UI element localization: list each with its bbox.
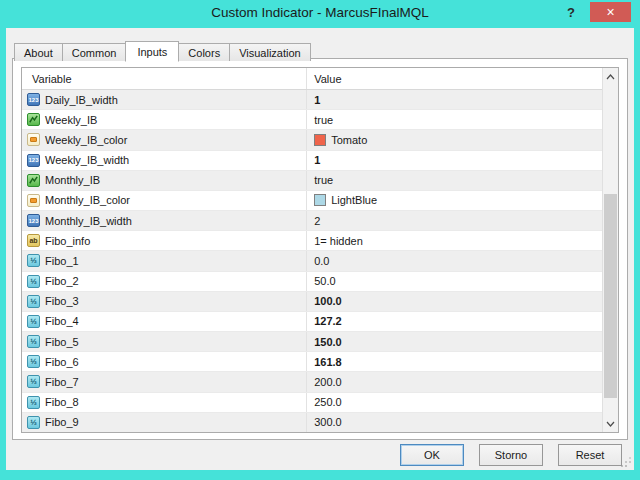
int-type-icon: 123 (27, 214, 40, 227)
value-cell[interactable]: 1 (306, 90, 602, 109)
variable-cell: Weekly_IB_color (22, 130, 306, 149)
resize-grip[interactable] (629, 465, 631, 467)
double-type-icon: ½ (27, 295, 40, 308)
variable-name: Monthly_IB_width (45, 215, 132, 227)
table-row[interactable]: ½Fibo_7200.0 (22, 372, 602, 392)
table-row[interactable]: Monthly_IB_colorLightBlue (22, 191, 602, 211)
value-cell[interactable]: Tomato (306, 130, 602, 149)
inputs-table: Variable Value 123Daily_IB_width1Weekly_… (21, 67, 619, 433)
variable-cell: 123Monthly_IB_width (22, 211, 306, 230)
double-type-icon: ½ (27, 254, 40, 267)
table-row[interactable]: ½Fibo_3100.0 (22, 292, 602, 312)
value-text: 300.0 (314, 416, 342, 428)
titlebar[interactable]: Custom Indicator - MarcusFInalMQL ? × (0, 0, 640, 28)
tab-visualization[interactable]: Visualization (229, 43, 311, 61)
value-cell[interactable]: 300.0 (306, 413, 602, 432)
variable-name: Weekly_IB_width (45, 154, 129, 166)
table-row[interactable]: Weekly_IB_colorTomato (22, 130, 602, 150)
value-text: 1 (314, 154, 320, 166)
value-text: true (314, 114, 333, 126)
value-text: 100.0 (314, 295, 342, 307)
value-text: 127.2 (314, 315, 342, 327)
variable-name: Fibo_1 (45, 255, 79, 267)
value-cell[interactable]: 50.0 (306, 272, 602, 291)
variable-cell: Monthly_IB (22, 171, 306, 190)
tab-colors[interactable]: Colors (178, 43, 230, 61)
value-cell[interactable]: 0.0 (306, 251, 602, 270)
variable-cell: ½Fibo_1 (22, 251, 306, 270)
double-type-icon: ½ (27, 375, 40, 388)
reset-button[interactable]: Reset (558, 444, 622, 466)
table-row[interactable]: ½Fibo_9300.0 (22, 413, 602, 432)
value-cell[interactable]: 2 (306, 211, 602, 230)
value-cell[interactable]: 250.0 (306, 393, 602, 412)
table-row[interactable]: 123Daily_IB_width1 (22, 90, 602, 110)
variable-name: Fibo_5 (45, 336, 79, 348)
window-title: Custom Indicator - MarcusFInalMQL (0, 5, 640, 20)
table-row[interactable]: ½Fibo_5150.0 (22, 332, 602, 352)
variable-name: Fibo_3 (45, 295, 79, 307)
variable-name: Monthly_IB (45, 174, 100, 186)
double-type-icon: ½ (27, 315, 40, 328)
value-cell[interactable]: 200.0 (306, 372, 602, 391)
table-row[interactable]: ½Fibo_10.0 (22, 251, 602, 271)
variable-cell: ½Fibo_7 (22, 372, 306, 391)
value-cell[interactable]: true (306, 110, 602, 129)
variable-cell: ½Fibo_3 (22, 292, 306, 311)
value-text: Tomato (331, 134, 367, 146)
variable-name: Monthly_IB_color (45, 194, 130, 206)
value-cell[interactable]: 161.8 (306, 352, 602, 371)
table-row[interactable]: Monthly_IBtrue (22, 171, 602, 191)
table-rows: 123Daily_IB_width1Weekly_IBtrueWeekly_IB… (22, 90, 602, 432)
dialog-body: AboutCommonInputsColorsVisualization Var… (6, 28, 634, 470)
double-type-icon: ½ (27, 275, 40, 288)
chevron-down-icon (606, 421, 615, 427)
variable-name: Weekly_IB (45, 114, 97, 126)
tab-inputs[interactable]: Inputs (125, 41, 179, 62)
storno-button[interactable]: Storno (479, 444, 543, 466)
table-row[interactable]: ½Fibo_8250.0 (22, 393, 602, 413)
column-header-value[interactable]: Value (306, 68, 602, 89)
int-type-icon: 123 (27, 154, 40, 167)
color-type-icon (27, 194, 40, 207)
variable-cell: abFibo_info (22, 231, 306, 250)
tab-common[interactable]: Common (62, 43, 127, 61)
double-type-icon: ½ (27, 335, 40, 348)
column-header-variable[interactable]: Variable (22, 73, 306, 85)
value-cell[interactable]: 100.0 (306, 292, 602, 311)
value-text: 1 (314, 94, 320, 106)
value-cell[interactable]: 127.2 (306, 312, 602, 331)
table-row[interactable]: ½Fibo_6161.8 (22, 352, 602, 372)
value-cell[interactable]: 1= hidden (306, 231, 602, 250)
close-button[interactable]: × (590, 2, 631, 22)
table-row[interactable]: 123Monthly_IB_width2 (22, 211, 602, 231)
variable-name: Fibo_4 (45, 315, 79, 327)
vertical-scrollbar[interactable] (602, 68, 618, 432)
help-button[interactable]: ? (560, 3, 582, 23)
variable-name: Weekly_IB_color (45, 134, 127, 146)
scroll-down-button[interactable] (603, 415, 618, 432)
variable-cell: Weekly_IB (22, 110, 306, 129)
value-cell[interactable]: 1 (306, 151, 602, 170)
table-row[interactable]: Weekly_IBtrue (22, 110, 602, 130)
value-cell[interactable]: true (306, 171, 602, 190)
value-cell[interactable]: LightBlue (306, 191, 602, 210)
table-row[interactable]: 123Weekly_IB_width1 (22, 151, 602, 171)
table-row[interactable]: ½Fibo_250.0 (22, 272, 602, 292)
chevron-up-icon (606, 74, 615, 80)
double-type-icon: ½ (27, 355, 40, 368)
table-row[interactable]: ½Fibo_4127.2 (22, 312, 602, 332)
color-swatch (314, 194, 326, 206)
variable-cell: ½Fibo_5 (22, 332, 306, 351)
value-cell[interactable]: 150.0 (306, 332, 602, 351)
scrollbar-thumb[interactable] (604, 194, 617, 398)
button-row: OKStornoReset (400, 444, 622, 466)
ok-button[interactable]: OK (400, 444, 464, 466)
int-type-icon: 123 (27, 93, 40, 106)
tab-about[interactable]: About (14, 43, 63, 61)
variable-cell: ½Fibo_4 (22, 312, 306, 331)
table-row[interactable]: abFibo_info1= hidden (22, 231, 602, 251)
variable-name: Daily_IB_width (45, 94, 118, 106)
value-text: true (314, 174, 333, 186)
scroll-up-button[interactable] (603, 68, 618, 85)
